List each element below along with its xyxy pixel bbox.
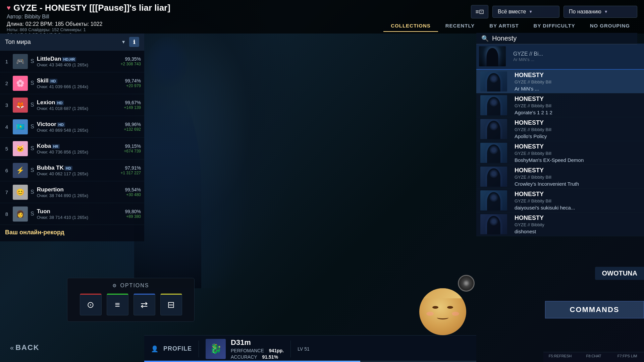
leaderboard-entry[interactable]: 8 👩 S Tuon Очки: 38 714 410 (1 265x) 99,… bbox=[0, 203, 144, 225]
player-right: 99,35% +2 308 743 bbox=[121, 56, 141, 66]
beatmap-thumbnail bbox=[480, 143, 507, 163]
beatmap-difficulty: Ar MiN's ... bbox=[515, 86, 636, 92]
player-right: 99,74% +20 979 bbox=[125, 78, 141, 88]
beatmap-title: HONESTY bbox=[515, 72, 636, 79]
avatar-emoji: 🌸 bbox=[16, 79, 24, 87]
beatmap-title: HONESTY bbox=[515, 167, 636, 174]
leaderboard-entry[interactable]: 2 🌸 S SkillHD Очки: 41 039 666 (1 264x) … bbox=[0, 72, 144, 94]
leaderboard-entry[interactable]: 6 ⚡ S Bubba TKHD Очки: 40 062 117 (1 265… bbox=[0, 160, 144, 181]
heart-icon[interactable]: ♥ bbox=[7, 4, 11, 12]
player-accuracy: 98,96% bbox=[124, 122, 141, 127]
song-title-text: GYZE - HONESTY [[[Pause]]'s liar liar] bbox=[13, 3, 170, 13]
mod-indicator: S bbox=[31, 189, 34, 195]
mod-icon: HD bbox=[49, 79, 57, 83]
tab-by-artist[interactable]: BY ARTIST bbox=[482, 20, 526, 32]
player-diff: +89 380 bbox=[125, 214, 141, 219]
mascot-visor bbox=[458, 275, 475, 292]
mascot-face bbox=[419, 288, 466, 335]
mod-icon: HD,HR bbox=[62, 57, 76, 62]
beatmap-info: HONESTY GYZE // Bibbity Bill BoshyMan's … bbox=[511, 143, 640, 163]
player-right: 97,91% +1 317 227 bbox=[121, 165, 141, 175]
leaderboard-dropdown-arrow: ▼ bbox=[121, 39, 126, 45]
avatar-emoji: 🇰🇿 bbox=[16, 123, 24, 131]
player-info: Bubba TKHD Очки: 40 062 117 (1 265x) bbox=[37, 165, 118, 176]
notes-label: Ноты: 869 Слайдеры: 152 Спиннеры: 1 bbox=[7, 27, 86, 32]
mod-indicator: S bbox=[31, 102, 34, 108]
tab-no-grouping[interactable]: NO GROUPING bbox=[583, 20, 637, 32]
leaderboard-entry[interactable]: 1 🎮 S LittleDanHD,HR Очки: 43 348 409 (1… bbox=[0, 51, 144, 72]
beatmap-difficulty: dishonest bbox=[515, 229, 636, 234]
sort-dropdown[interactable]: По названию ▼ bbox=[564, 6, 637, 18]
beatmap-entries: HONESTY GYZE // Bibbity Bill Ar MiN's ..… bbox=[476, 70, 644, 236]
player-diff: +149 139 bbox=[124, 105, 141, 110]
rank-number: 2 bbox=[3, 80, 10, 86]
group-dropdown[interactable]: Всё вместе ▼ bbox=[492, 6, 559, 18]
commands-button[interactable]: COMMANDS bbox=[545, 301, 644, 318]
options-btn-filter[interactable]: ⊟ bbox=[160, 294, 182, 315]
options-btn-circle[interactable]: ⊙ bbox=[80, 294, 102, 315]
rank-number: 7 bbox=[3, 189, 10, 195]
back-button[interactable]: « BACK bbox=[10, 343, 40, 352]
no-record-label: Нет личного рекорда bbox=[0, 240, 144, 241]
group-dropdown-arrow: ▼ bbox=[529, 9, 533, 14]
beatmap-entry[interactable]: HONESTY GYZE // Bibbity Bill Ar MiN's ..… bbox=[476, 70, 644, 94]
leaderboard-type-dropdown[interactable]: Топ мира ▼ ℹ bbox=[0, 34, 144, 51]
beatmap-entry[interactable]: HONESTY GYZE // Bibbity Bill BoshyMan's … bbox=[476, 141, 644, 165]
player-info: Tuon Очки: 38 714 410 (1 265x) bbox=[37, 208, 122, 220]
options-btn-shuffle[interactable]: ⇄ bbox=[133, 294, 155, 315]
nav-tabs: COLLECTIONS RECENTLY BY ARTIST BY DIFFIC… bbox=[383, 20, 637, 32]
beatmap-entry[interactable]: HONESTY GYZE // Bibbity Bill daiyousei's… bbox=[476, 189, 644, 213]
beatmap-info: HONESTY GYZE // Bibbity Bill daiyousei's… bbox=[511, 191, 640, 210]
player-info: SkillHD Очки: 41 039 666 (1 264x) bbox=[37, 77, 122, 89]
commands-area: COMMANDS bbox=[545, 301, 644, 318]
level-value: LV 51 bbox=[298, 346, 310, 352]
options-btn-list[interactable]: ≡ bbox=[107, 294, 128, 315]
profile-stats: D31m PERFOMANCE 941pp. ACCURACY 91.51% bbox=[231, 338, 284, 360]
player-name: LexionHD bbox=[37, 99, 121, 106]
beatmap-item-top[interactable]: GYZE // Bi... Ar MiN's ... bbox=[476, 44, 644, 70]
player-accuracy: 97,91% bbox=[121, 165, 141, 171]
rank-number: 4 bbox=[3, 124, 10, 130]
mod-indicator: S bbox=[31, 145, 34, 152]
leaderboard-panel: Топ мира ▼ ℹ 1 🎮 S LittleDanHD,HR Очки: … bbox=[0, 34, 144, 241]
beatmap-entry[interactable]: HONESTY GYZE // Bibbity Bill Agorate's 1… bbox=[476, 94, 644, 117]
accuracy-label: ACCURACY bbox=[231, 354, 257, 360]
leaderboard-info-btn[interactable]: ℹ bbox=[129, 37, 139, 47]
tab-collections[interactable]: COLLECTIONS bbox=[383, 20, 438, 32]
beatmap-thumbnail bbox=[480, 119, 507, 139]
function-keys: F5:REFRESH F8:CHAT F7:FPS LIM bbox=[543, 352, 644, 362]
player-avatar: 🇰🇿 bbox=[13, 119, 28, 134]
list-icon-btn[interactable]: ≡⊡ bbox=[471, 5, 488, 18]
leaderboard-entry[interactable]: 3 🦊 S LexionHD Очки: 41 018 687 (1 265x)… bbox=[0, 94, 144, 116]
avatar-emoji: 🐱 bbox=[16, 144, 24, 153]
f8-chat[interactable]: F8:CHAT bbox=[577, 352, 610, 362]
leaderboard-entry[interactable]: 5 🐱 S KobaHR Очки: 40 736 856 (1 265x) 9… bbox=[0, 138, 144, 160]
back-label: BACK bbox=[15, 343, 40, 352]
beatmap-entry[interactable]: HONESTY GYZE // Bibbity dishonest bbox=[476, 213, 644, 236]
beatmap-entry[interactable]: HONESTY GYZE // Bibbity Bill Apollo's Po… bbox=[476, 117, 644, 141]
profile-icon: 👤 bbox=[151, 345, 158, 353]
beatmap-entry[interactable]: HONESTY GYZE // Bibbity Bill Crowley's I… bbox=[476, 165, 644, 189]
leaderboard-entry[interactable]: 7 😊 S Rupertion Очки: 38 744 890 (1 265x… bbox=[0, 181, 144, 203]
mascot-area bbox=[416, 268, 476, 335]
f5-refresh[interactable]: F5:REFRESH bbox=[543, 352, 577, 362]
rank-number: 3 bbox=[3, 102, 10, 108]
player-right: 99,67% +149 139 bbox=[124, 100, 141, 110]
player-diff: +2 308 743 bbox=[121, 62, 141, 66]
profile-divider-2 bbox=[290, 341, 291, 357]
profile-avatar: 🐉 bbox=[206, 339, 226, 359]
leaderboard-entry[interactable]: 4 🇰🇿 S VictoorHD Очки: 40 869 548 (1 265… bbox=[0, 116, 144, 138]
profile-divider bbox=[199, 341, 199, 357]
search-input[interactable] bbox=[492, 35, 632, 42]
username-tag: OWOTUNA bbox=[595, 267, 644, 280]
avatar-emoji: 🦊 bbox=[16, 101, 24, 109]
beatmap-group-title: GYZE // Bi... bbox=[513, 51, 637, 57]
tab-recently[interactable]: RECENTLY bbox=[438, 20, 482, 32]
mascot-hair bbox=[419, 288, 466, 298]
tab-by-difficulty[interactable]: BY DIFFICULTY bbox=[526, 20, 583, 32]
visor-lens bbox=[463, 280, 470, 287]
author-name: Bibbity Bill bbox=[24, 14, 49, 19]
mascot-mouth bbox=[437, 315, 449, 319]
player-right: 99,15% +674 739 bbox=[124, 143, 141, 154]
f7-fps-limit[interactable]: F7:FPS LIM bbox=[610, 352, 644, 362]
